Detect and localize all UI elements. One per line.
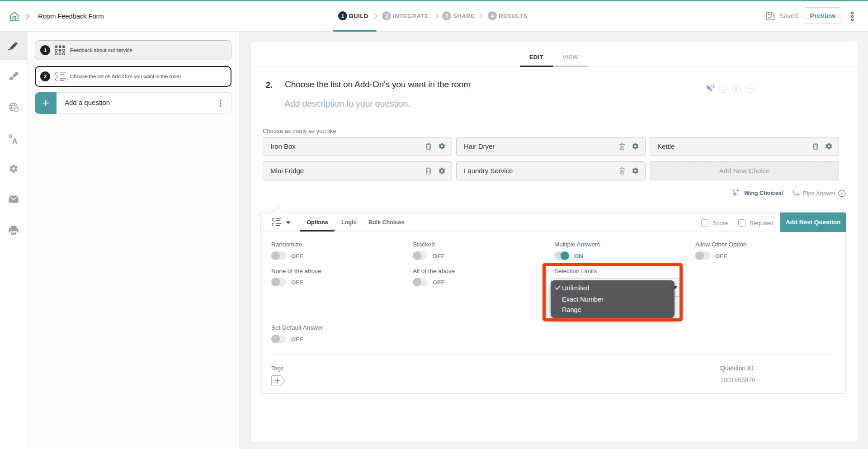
svg-text:A: A [12,137,18,144]
